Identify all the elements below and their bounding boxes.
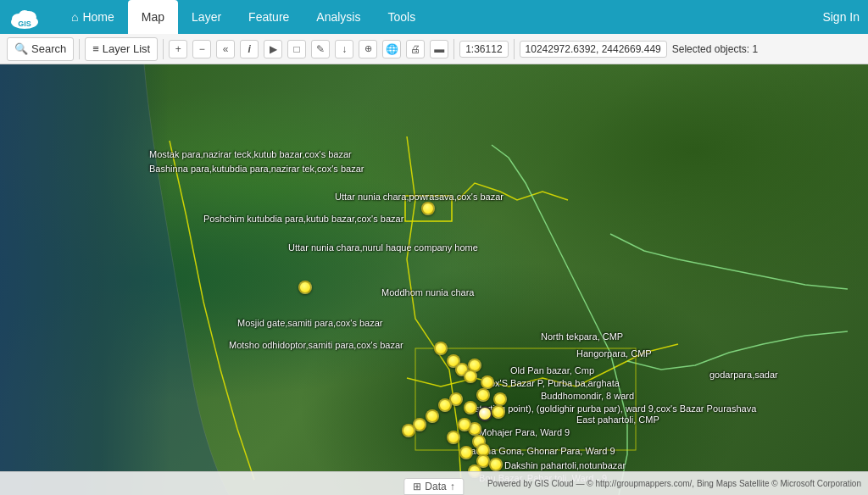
scale-display: 1:36112 bbox=[459, 41, 508, 58]
map-marker[interactable] bbox=[434, 342, 448, 355]
coordinate-display: 10242972.6392, 2442669.449 bbox=[520, 41, 667, 58]
map-marker[interactable] bbox=[421, 202, 435, 215]
search-icon: 🔍 bbox=[14, 42, 28, 55]
map-marker[interactable] bbox=[438, 398, 452, 412]
nav-item-tools[interactable]: Tools bbox=[374, 0, 429, 34]
nav-item-map[interactable]: Map bbox=[128, 0, 178, 34]
map-marker[interactable] bbox=[476, 388, 490, 402]
map-marker[interactable] bbox=[481, 375, 494, 389]
measure-button[interactable]: ▬ bbox=[430, 40, 448, 58]
bottom-bar: ⊞ Data ↑ Powered by GIS Cloud — © http:/… bbox=[0, 471, 868, 495]
toolbar: 🔍 Search ≡ Layer List + − « i ▶ □ ✎ ↓ ⊕ … bbox=[0, 34, 868, 64]
nav-item-analysis[interactable]: Analysis bbox=[303, 0, 374, 34]
draw-button[interactable]: ✎ bbox=[311, 40, 330, 58]
select-button[interactable]: ▶ bbox=[264, 40, 282, 58]
zoom-out-button[interactable]: − bbox=[192, 40, 211, 58]
nav-item-home[interactable]: ⌂ Home bbox=[58, 0, 128, 34]
nav-home-label: Home bbox=[82, 10, 114, 24]
search-button[interactable]: 🔍 Search bbox=[7, 37, 74, 61]
map-marker[interactable] bbox=[426, 409, 439, 423]
logo[interactable]: GIS bbox=[8, 3, 41, 31]
separator-2 bbox=[163, 39, 164, 59]
separator-4 bbox=[514, 39, 515, 59]
print-button[interactable]: 🖨 bbox=[406, 40, 425, 58]
home-icon: ⌂ bbox=[71, 10, 78, 24]
map-marker[interactable] bbox=[489, 458, 503, 471]
map-marker[interactable] bbox=[493, 392, 507, 406]
map-marker[interactable] bbox=[298, 281, 312, 294]
data-tab[interactable]: ⊞ Data ↑ bbox=[403, 478, 464, 495]
rectangle-button[interactable]: □ bbox=[287, 40, 306, 58]
nav-item-feature[interactable]: Feature bbox=[235, 0, 303, 34]
nav-analysis-label: Analysis bbox=[316, 10, 360, 24]
nav-layer-label: Layer bbox=[192, 10, 221, 24]
grid-icon: ⊞ bbox=[413, 481, 421, 492]
map-marker[interactable] bbox=[464, 401, 477, 414]
sign-in-button[interactable]: Sign In bbox=[822, 10, 860, 24]
search-label: Search bbox=[31, 42, 66, 55]
separator-1 bbox=[79, 39, 80, 59]
zoom-search-button[interactable]: ⊕ bbox=[359, 40, 377, 58]
globe-button[interactable]: 🌐 bbox=[382, 40, 401, 58]
nav-map-label: Map bbox=[142, 10, 164, 24]
layer-list-label: Layer List bbox=[103, 42, 150, 55]
selected-objects-display: Selected objects: 1 bbox=[672, 43, 758, 55]
nav-tools-label: Tools bbox=[387, 10, 415, 24]
nav-feature-label: Feature bbox=[248, 10, 289, 24]
info-button[interactable]: i bbox=[240, 40, 259, 58]
layer-list-button[interactable]: ≡ Layer List bbox=[85, 37, 158, 61]
expand-icon: ↑ bbox=[450, 481, 455, 492]
map-overlay-svg bbox=[0, 64, 868, 495]
map-marker[interactable] bbox=[447, 431, 460, 444]
zoom-in-button[interactable]: + bbox=[169, 40, 187, 58]
map-marker[interactable] bbox=[464, 370, 477, 383]
nav-items: ⌂ Home Map Layer Feature Analysis Tools bbox=[58, 0, 822, 34]
map-view[interactable]: Mostak para,nazirar teck,kutub bazar,cox… bbox=[0, 64, 868, 495]
top-navigation: GIS ⌂ Home Map Layer Feature Analysis To… bbox=[0, 0, 868, 34]
map-marker[interactable] bbox=[492, 405, 505, 419]
download-button[interactable]: ↓ bbox=[335, 40, 353, 58]
separator-3 bbox=[453, 39, 454, 59]
svg-text:GIS: GIS bbox=[18, 19, 31, 28]
attribution-text: Powered by GIS Cloud — © http://groupmap… bbox=[487, 479, 861, 488]
map-marker[interactable] bbox=[458, 418, 471, 431]
map-marker[interactable] bbox=[459, 446, 473, 459]
zoom-extent-button[interactable]: « bbox=[216, 40, 235, 58]
map-marker[interactable] bbox=[477, 406, 492, 421]
map-marker[interactable] bbox=[402, 424, 415, 437]
data-tab-label: Data bbox=[425, 481, 446, 492]
nav-item-layer[interactable]: Layer bbox=[178, 0, 235, 34]
list-icon: ≡ bbox=[92, 42, 99, 55]
